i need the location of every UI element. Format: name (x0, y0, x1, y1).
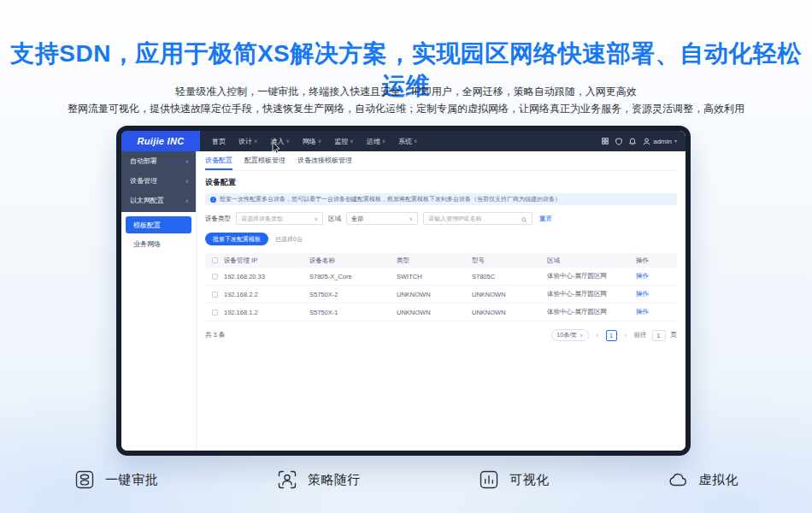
device-type-label: 设备类型 (205, 215, 231, 223)
info-banner-text: 想要一次性配置多台设备，您可以基于一台设备创建配置模板，然后将配置模板下发到多台… (220, 195, 561, 203)
navbar-right: admin ▾ (602, 138, 685, 145)
feature-one-click-approval: 一键审批 (74, 469, 158, 491)
info-banner: i 想要一次性配置多台设备，您可以基于一台设备创建配置模板，然后将配置模板下发到… (205, 193, 677, 205)
virtualization-icon (667, 469, 689, 491)
sidebar-top-level: 自动部署∨ 设备管理∨ 以太网配置∧ (121, 151, 196, 212)
chevron-down-icon: ∨ (382, 139, 385, 144)
grid-icon[interactable] (602, 138, 609, 144)
row-checkbox[interactable] (212, 310, 218, 315)
main-nav: 首页 设计∨ 准入∨ 网络∨ 监控∨ 运维∨ 系统∨ (212, 137, 417, 146)
region-select[interactable]: 全部 ∨ (346, 212, 418, 225)
feature-visualization: 可视化 (478, 469, 550, 491)
feature-strip: 一键审批 策略随行 可视化 (0, 469, 812, 491)
select-all-checkbox[interactable] (212, 257, 218, 263)
cell-region: 体验中心-展厅园区网 (547, 290, 636, 298)
nav-item-home[interactable]: 首页 (212, 137, 226, 146)
tab-device-config[interactable]: 设备配置 (205, 151, 232, 170)
search-input[interactable] (428, 215, 519, 221)
cell-ip: 192.168.20.33 (224, 273, 309, 280)
cell-region: 体验中心-展厅园区网 (547, 308, 636, 316)
sidebar-item-device-mgmt[interactable]: 设备管理∨ (121, 171, 196, 191)
feature-label: 可视化 (509, 472, 550, 488)
visualization-icon (478, 469, 500, 491)
sidebar-subitem-service-network[interactable]: 业务网络 (126, 235, 191, 252)
current-page[interactable]: 1 (606, 330, 617, 341)
cell-ip: 192.168.1.2 (224, 309, 309, 316)
feature-label: 虚拟化 (698, 472, 738, 488)
next-page-button[interactable]: › (621, 330, 631, 340)
cell-name: S5750X-1 (309, 309, 397, 316)
chevron-down-icon: ∨ (254, 139, 257, 144)
nav-item-access[interactable]: 准入∨ (270, 137, 289, 146)
app-body: 自动部署∨ 设备管理∨ 以太网配置∧ 模板配置 业务网络 (121, 151, 685, 451)
row-action-link[interactable]: 操作 (636, 308, 649, 315)
table-header-row: 设备管理 IP 设备名称 类型 型号 区域 操作 (205, 253, 677, 268)
goto-page-input[interactable] (652, 330, 666, 341)
feature-policy-follow: 策略随行 (276, 469, 361, 491)
cell-model: S7805C (472, 273, 547, 280)
chevron-down-icon: ∨ (285, 139, 289, 144)
filter-bar: 设备类型 请选择设备类型 ∨ 区域 全部 ∨ (205, 212, 677, 225)
nav-item-system[interactable]: 系统∨ (398, 137, 417, 146)
feature-label: 一键审批 (105, 472, 158, 488)
tab-config-template-mgmt[interactable]: 配置模板管理 (244, 151, 285, 170)
app-navbar: Ruijie INC 首页 设计∨ 准入∨ 网络∨ 监控∨ 运维∨ 系统∨ (121, 131, 685, 151)
header-type: 类型 (397, 256, 472, 265)
chevron-down-icon: ∨ (185, 159, 189, 164)
table-row: 192.168.1.2 S5750X-1 UNKNOWN UNKNOWN 体验中… (205, 304, 677, 321)
chevron-down-icon: ▾ (674, 139, 677, 144)
shield-icon[interactable] (615, 138, 622, 145)
tab-bar: 设备配置 配置模板管理 设备连接模板管理 (205, 151, 677, 171)
nav-item-monitor[interactable]: 监控∨ (334, 137, 353, 146)
cell-type: SWITCH (397, 273, 472, 280)
chevron-down-icon: ∨ (414, 139, 417, 144)
batch-deploy-template-button[interactable]: 批量下发配置模板 (205, 233, 268, 245)
pagination-controls: 10条/页 ∨ ‹ 1 › 前往 页 (551, 329, 677, 341)
prev-page-button[interactable]: ‹ (592, 330, 603, 340)
header-ip: 设备管理 IP (224, 256, 309, 265)
pagination: 共 3 条 10条/页 ∨ ‹ 1 › 前往 页 (205, 329, 677, 341)
device-type-select[interactable]: 请选择设备类型 ∨ (236, 212, 323, 225)
sidebar-item-auto-deploy[interactable]: 自动部署∨ (121, 151, 196, 171)
bell-icon[interactable] (629, 138, 636, 145)
sidebar-subitem-template-config[interactable]: 模板配置 (126, 216, 191, 233)
cell-model: UNKNOWN (472, 291, 547, 298)
chevron-up-icon: ∧ (185, 198, 189, 203)
row-action-link[interactable]: 操作 (636, 290, 649, 298)
cell-region: 体验中心-展厅园区网 (547, 272, 636, 280)
feature-virtualization: 虚拟化 (667, 469, 738, 491)
approval-icon (74, 469, 96, 491)
table-row: 192.168.20.33 S7805-X_Core SWITCH S7805C… (205, 268, 677, 286)
user-menu[interactable]: admin ▾ (643, 138, 677, 145)
main-content: 设备配置 配置模板管理 设备连接模板管理 设备配置 i 想要一次性配置多台设备，… (197, 151, 685, 451)
chevron-down-icon: ∨ (315, 216, 318, 221)
page-size-select[interactable]: 10条/页 ∨ (551, 329, 588, 341)
laptop-frame: Ruijie INC 首页 设计∨ 准入∨ 网络∨ 监控∨ 运维∨ 系统∨ (116, 126, 691, 456)
app-screenshot: Ruijie INC 首页 设计∨ 准入∨ 网络∨ 监控∨ 运维∨ 系统∨ (121, 131, 685, 451)
header-action: 操作 (636, 256, 677, 265)
row-checkbox[interactable] (212, 274, 218, 280)
cell-ip: 192.168.2.2 (224, 291, 309, 298)
search-box (423, 212, 533, 225)
sidebar-submenu: 模板配置 业务网络 (121, 212, 196, 252)
search-icon[interactable] (521, 211, 527, 227)
toolbar: 批量下发配置模板 已选择0台 (205, 233, 677, 245)
cell-type: UNKNOWN (397, 291, 472, 298)
info-icon: i (210, 197, 216, 203)
brand-logo: Ruijie INC (121, 131, 200, 151)
row-action-link[interactable]: 操作 (636, 272, 649, 280)
nav-item-ops[interactable]: 运维∨ (367, 137, 385, 146)
sidebar-item-ethernet-config[interactable]: 以太网配置∧ (121, 191, 196, 210)
reset-link[interactable]: 重置 (539, 215, 552, 223)
nav-item-network[interactable]: 网络∨ (303, 137, 321, 146)
page-title: 设备配置 (205, 177, 677, 188)
policy-follow-icon (276, 469, 298, 491)
row-checkbox[interactable] (212, 292, 218, 298)
header-model: 型号 (472, 256, 547, 265)
header-name: 设备名称 (309, 256, 397, 265)
tab-device-link-template-mgmt[interactable]: 设备连接模板管理 (297, 151, 352, 170)
chevron-down-icon: ∨ (580, 333, 583, 338)
chevron-down-icon: ∨ (350, 139, 353, 144)
nav-item-design[interactable]: 设计∨ (238, 137, 257, 146)
selected-count: 已选择0台 (275, 235, 303, 244)
